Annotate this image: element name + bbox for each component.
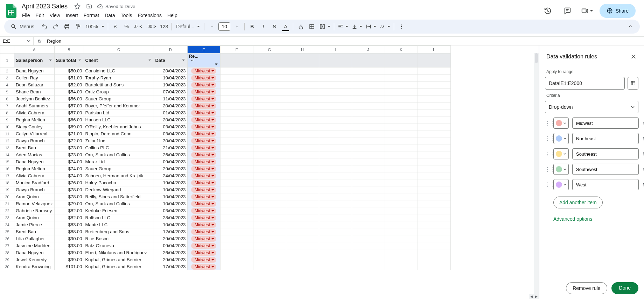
cell[interactable]: Morar Ltd [84,158,154,165]
option-value-input[interactable] [572,148,639,159]
cell[interactable]: Aden Macias [14,151,55,158]
col-header-K[interactable]: K [385,46,418,54]
cell[interactable]: 09/04/2023 [154,242,187,249]
italic-button[interactable]: I [258,21,268,32]
star-icon[interactable] [73,2,82,10]
paint-format-button[interactable] [73,21,83,32]
header-cell[interactable]: Sale total [54,54,84,67]
cell[interactable]: Midwest [187,67,220,74]
region-chip[interactable]: Midwest [191,215,216,221]
share-button[interactable]: Share [600,4,636,18]
cell[interactable]: Midwest [187,214,220,221]
cell[interactable]: $56.00 [54,95,84,102]
cell[interactable]: $99.00 [54,256,84,263]
cell[interactable]: Ebert, Nikolaus and Rodriguez [84,249,154,256]
cell[interactable]: $71.00 [54,130,84,137]
cell[interactable]: Cailyn Villarreal [14,130,55,137]
dec-increase-button[interactable]: .00 [145,21,158,32]
cell[interactable]: Schoen, Herman and Krajcik [84,172,154,179]
cell[interactable]: Midwest [187,123,220,130]
cell[interactable]: $57.00 [54,109,84,116]
cell[interactable]: $69.00 [54,123,84,130]
fx-input[interactable]: Region [46,38,61,44]
menu-view[interactable]: View [47,12,63,20]
sheets-logo[interactable] [4,4,18,18]
cell[interactable]: Sauer Group [84,165,154,172]
region-chip[interactable]: Midwest [191,229,216,235]
cell[interactable]: Ramon Velazquez [14,200,55,207]
cell[interactable]: 19/04/2023 [154,74,187,81]
cell[interactable]: 09/04/2023 [154,158,187,165]
close-icon[interactable] [629,52,638,62]
cell[interactable]: Stacy Conley [14,123,55,130]
cell[interactable]: $74.00 [54,158,84,165]
col-header-B[interactable]: B [54,46,84,54]
cell[interactable]: Anahi Summers [14,102,55,109]
cell[interactable]: Midwest [187,207,220,214]
cell[interactable]: Regina Melton [14,165,55,172]
cell[interactable]: Midwest [187,200,220,207]
col-header-I[interactable]: I [319,46,352,54]
cell[interactable]: Orn, Stark and Collins [84,200,154,207]
col-header-F[interactable]: F [220,46,253,54]
cell[interactable]: Hansen LLC [84,116,154,123]
region-chip[interactable]: Midwest [191,152,216,158]
region-chip[interactable]: Midwest [191,75,216,81]
row-header-13[interactable]: 13 [0,144,14,151]
history-icon[interactable] [541,4,555,18]
cell[interactable]: $74.00 [54,172,84,179]
cell[interactable]: 30/04/2023 [154,137,187,144]
cell[interactable]: $52.00 [54,81,84,88]
cell[interactable]: $50.00 [54,67,84,74]
strike-button[interactable]: S [269,21,280,32]
col-header-E[interactable]: E [187,46,220,54]
menu-tools[interactable]: Tools [118,12,135,20]
cell[interactable]: Midwest [187,263,220,270]
cell[interactable]: 29/04/2023 [154,256,187,263]
zoom-dropdown[interactable]: 100% [84,24,106,29]
option-color-picker[interactable] [553,148,569,159]
row-header-12[interactable]: 12 [0,137,14,144]
cell[interactable]: Rippin, Dare and Conn [84,130,154,137]
cell[interactable]: Midwest [187,165,220,172]
cell[interactable]: Midwest [187,193,220,200]
cell[interactable]: Midwest [187,172,220,179]
percent-button[interactable]: % [121,21,132,32]
cell[interactable]: Lilia Gallagher [14,235,55,242]
header-cell[interactable]: Date [154,54,187,67]
cell[interactable]: Parisian Ltd [84,109,154,116]
col-header-H[interactable]: H [286,46,319,54]
cell[interactable]: Dana Nguyen [14,67,55,74]
dec-decrease-button[interactable]: .0 [133,21,144,32]
row-header-23[interactable]: 23 [0,214,14,221]
cell[interactable]: Gavyn Branch [14,137,55,144]
cell[interactable]: 20/04/2023 [154,116,187,123]
col-header-G[interactable]: G [253,46,286,54]
region-chip[interactable]: Midwest [191,208,216,214]
cell[interactable]: 24/04/2023 [154,172,187,179]
text-color-button[interactable]: A [280,21,291,32]
number-format-button[interactable]: 123 [159,21,169,32]
cell[interactable]: 03/04/2023 [154,123,187,130]
cell[interactable]: 07/04/2023 [154,88,187,95]
region-chip[interactable]: Midwest [191,173,216,179]
doc-title[interactable]: April 2023 Sales [20,2,70,11]
region-chip[interactable]: Midwest [191,131,216,137]
cell[interactable]: Aron Quinn [14,214,55,221]
cell[interactable]: 03/04/2023 [154,207,187,214]
cell[interactable]: 28/04/2023 [154,214,187,221]
cell[interactable]: Breitenberg and Sons [84,228,154,235]
cell[interactable]: Jamie Pierce [14,221,55,228]
region-chip[interactable]: Midwest [191,82,216,88]
font-size-increase[interactable]: + [232,21,242,32]
cell[interactable]: $54.00 [54,88,84,95]
cell[interactable]: O'Reilly, Keebler and Johns [84,123,154,130]
menu-help[interactable]: Help [165,12,180,20]
option-color-picker[interactable] [553,133,569,144]
row-header-16[interactable]: 16 [0,165,14,172]
toolbar-search[interactable]: Menus [8,22,38,31]
drag-handle-icon[interactable]: ⋮⋮ [545,181,550,188]
row-header-25[interactable]: 25 [0,228,14,235]
move-icon[interactable] [85,2,93,10]
cell[interactable]: Midwest [187,74,220,81]
